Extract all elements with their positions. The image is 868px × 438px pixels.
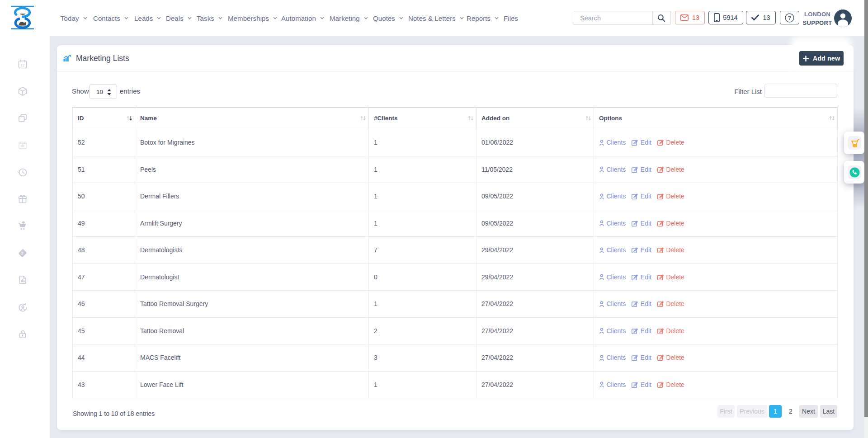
svg-text:12: 12 [21,63,25,67]
svg-text:?: ? [788,14,791,21]
